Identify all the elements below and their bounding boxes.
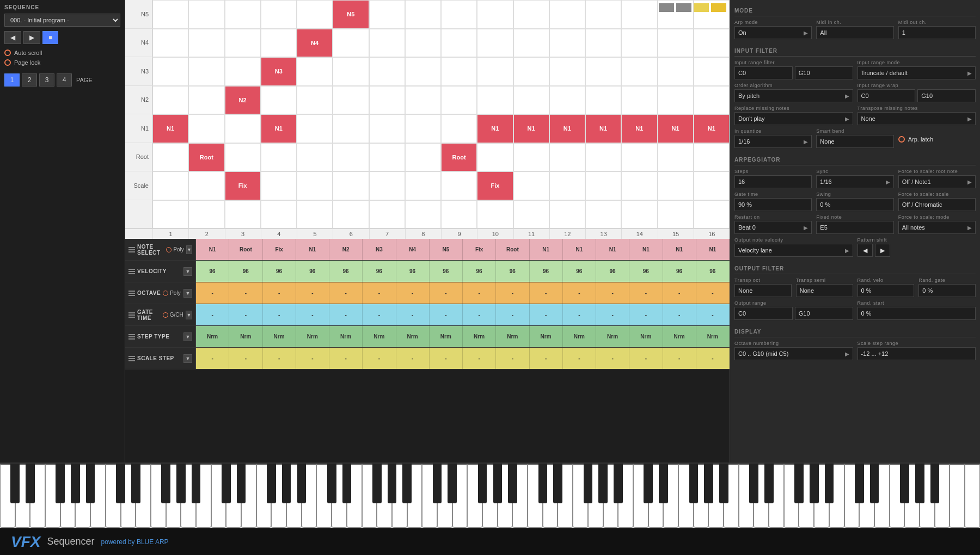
grid-cell-2-7[interactable] — [405, 57, 441, 86]
lane-cell-scale-step-6[interactable]: - — [396, 348, 430, 369]
grid-cell-1-7[interactable] — [405, 29, 441, 58]
lane-cell-velocity-12[interactable]: 96 — [596, 261, 629, 282]
arp-latch-checkbox[interactable] — [898, 136, 905, 143]
grid-cell-5-10[interactable] — [513, 143, 549, 172]
lane-menu-icon-octave[interactable] — [128, 291, 135, 296]
grid-cell-3-8[interactable] — [441, 86, 477, 115]
grid-cell-6-12[interactable] — [585, 171, 621, 200]
black-key-oct1-pos2[interactable] — [131, 464, 140, 503]
grid-cell-5-15[interactable] — [694, 143, 730, 172]
lane-cell-step-type-2[interactable]: Nrm — [263, 326, 296, 347]
grid-cell-7-8[interactable] — [441, 200, 477, 229]
black-key-oct0-pos2[interactable] — [26, 464, 35, 503]
grid-cell-3-6[interactable] — [369, 86, 405, 115]
lane-cell-velocity-2[interactable]: 96 — [263, 261, 296, 282]
lane-cell-scale-step-3[interactable]: - — [296, 348, 329, 369]
black-key-oct8-pos2[interactable] — [870, 464, 879, 503]
black-key-oct3-pos2[interactable] — [342, 464, 352, 503]
lane-cell-octave-13[interactable]: - — [629, 282, 663, 304]
pattern-shift-prev[interactable]: ◀ — [857, 244, 873, 257]
lane-cell-octave-6[interactable]: - — [396, 282, 430, 304]
lane-cell-gate-0[interactable]: - — [196, 304, 229, 325]
lane-cell-gate-2[interactable]: - — [263, 304, 296, 325]
lane-cell-step-type-1[interactable]: Nrm — [229, 326, 262, 347]
grid-cell-6-4[interactable] — [297, 171, 333, 200]
lane-cell-octave-11[interactable]: - — [563, 282, 596, 304]
out-range-high[interactable]: G10 — [795, 307, 853, 320]
range-filter-high[interactable]: G10 — [795, 66, 853, 79]
lane-menu-icon-gate[interactable] — [128, 312, 135, 318]
black-key-oct5-pos4[interactable] — [584, 464, 593, 503]
pattern-shift-next[interactable]: ▶ — [875, 244, 890, 257]
grid-cell-5-3[interactable] — [261, 143, 297, 172]
grid-cell-4-3[interactable]: N1 — [261, 114, 297, 143]
grid-cell-5-5[interactable] — [333, 143, 369, 172]
in-quantize-value[interactable]: 1/16 ▶ — [734, 135, 812, 148]
grid-cell-7-3[interactable] — [261, 200, 297, 229]
lane-menu-icon-scale-step[interactable] — [128, 356, 135, 361]
range-mode-value[interactable]: Truncate / default ▶ — [857, 66, 976, 79]
lane-cell-step-type-4[interactable]: Nrm — [329, 326, 363, 347]
grid-cell-6-14[interactable] — [658, 171, 694, 200]
grid-cell-5-2[interactable] — [225, 143, 261, 172]
grid-cell-0-6[interactable] — [369, 0, 405, 29]
lane-cell-octave-8[interactable]: - — [463, 282, 496, 304]
lane-cell-gate-9[interactable]: - — [496, 304, 529, 325]
grid-cell-2-0[interactable] — [152, 57, 188, 86]
lane-cell-note-12[interactable]: N1 — [596, 239, 629, 260]
steps-value[interactable]: 16 — [734, 175, 812, 188]
black-key-oct4-pos6[interactable] — [508, 464, 517, 503]
lane-cell-step-type-14[interactable]: Nrm — [663, 326, 696, 347]
lane-cell-gate-10[interactable]: - — [530, 304, 563, 325]
fixed-note-value[interactable]: E5 — [816, 221, 893, 234]
grid-cell-5-8[interactable]: Root — [441, 143, 477, 172]
grid-cell-2-15[interactable] — [694, 57, 730, 86]
grid-cell-7-12[interactable] — [585, 200, 621, 229]
black-key-oct5-pos1[interactable] — [538, 464, 548, 503]
black-key-oct1-pos4[interactable] — [161, 464, 170, 503]
force-scale-value[interactable]: Off / Chromatic — [898, 198, 976, 211]
black-key-oct8-pos1[interactable] — [855, 464, 864, 503]
lane-cell-scale-step-2[interactable]: - — [263, 348, 296, 369]
black-key-oct8-pos5[interactable] — [915, 464, 924, 503]
lane-cell-scale-step-12[interactable]: - — [596, 348, 629, 369]
lane-cell-octave-1[interactable]: - — [229, 282, 262, 304]
grid-cell-4-5[interactable] — [333, 114, 369, 143]
grid-cell-6-1[interactable] — [188, 171, 224, 200]
black-key-oct2-pos4[interactable] — [267, 464, 276, 503]
lane-cell-velocity-0[interactable]: 96 — [196, 261, 229, 282]
swing-value[interactable]: 0 % — [816, 198, 893, 211]
grid-cell-5-11[interactable] — [549, 143, 585, 172]
grid-cell-7-7[interactable] — [405, 200, 441, 229]
lane-cell-gate-11[interactable]: - — [563, 304, 596, 325]
black-key-oct6-pos1[interactable] — [644, 464, 653, 503]
grid-cell-5-6[interactable] — [369, 143, 405, 172]
grid-cell-0-10[interactable] — [513, 0, 549, 29]
black-key-oct3-pos5[interactable] — [388, 464, 397, 503]
lane-cell-step-type-11[interactable]: Nrm — [563, 326, 596, 347]
grid-cell-6-0[interactable] — [152, 171, 188, 200]
lane-cell-octave-9[interactable]: - — [496, 282, 529, 304]
grid-cell-5-14[interactable] — [658, 143, 694, 172]
black-key-oct2-pos1[interactable] — [222, 464, 231, 503]
sequence-dropdown[interactable]: 000. - Initial program - — [4, 14, 120, 27]
grid-cell-7-10[interactable] — [513, 200, 549, 229]
rand-gate-value[interactable]: 0 % — [918, 284, 976, 297]
lane-poly-gate[interactable]: G/CH — [163, 312, 183, 318]
black-key-oct0-pos6[interactable] — [86, 464, 95, 503]
black-key-oct4-pos2[interactable] — [448, 464, 457, 503]
lane-cell-note-14[interactable]: N1 — [663, 239, 696, 260]
grid-cell-1-0[interactable] — [152, 29, 188, 58]
lane-cell-gate-15[interactable]: - — [696, 304, 730, 325]
grid-cell-0-9[interactable] — [477, 0, 513, 29]
grid-cell-0-11[interactable] — [549, 0, 585, 29]
grid-cell-7-6[interactable] — [369, 200, 405, 229]
lane-cell-scale-step-4[interactable]: - — [329, 348, 363, 369]
page-3-button[interactable]: 3 — [39, 73, 54, 87]
black-key-oct4-pos5[interactable] — [493, 464, 503, 503]
black-key-oct3-pos1[interactable] — [327, 464, 336, 503]
black-key-oct7-pos4[interactable] — [794, 464, 804, 503]
grid-cell-3-1[interactable] — [188, 86, 224, 115]
grid-cell-5-1[interactable]: Root — [188, 143, 224, 172]
black-key-oct1-pos1[interactable] — [116, 464, 125, 503]
